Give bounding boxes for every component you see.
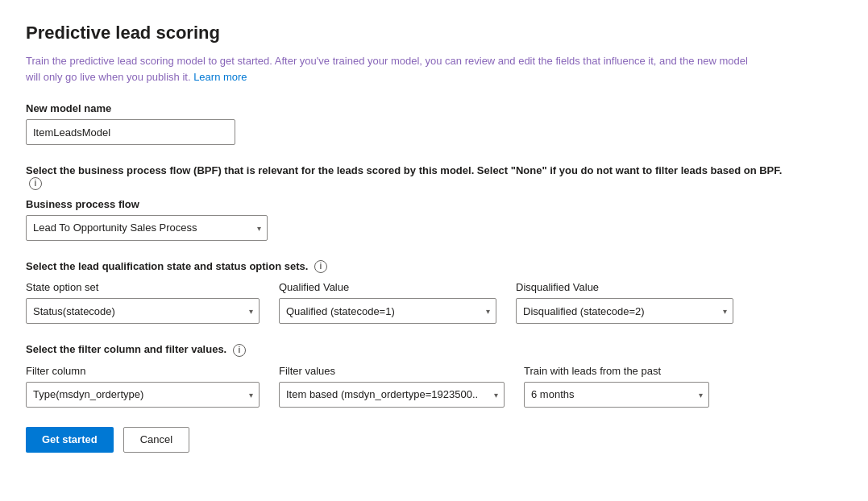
learn-more-link[interactable]: Learn more xyxy=(193,71,247,83)
disqualified-col: Disqualified Value Disqualified (stateco… xyxy=(516,281,733,324)
model-name-input[interactable] xyxy=(26,119,235,145)
filter-row: Filter column Type(msdyn_ordertype) ▾ Fi… xyxy=(26,365,842,408)
train-past-select-wrapper: 6 months 3 months 12 months 24 months ▾ xyxy=(524,382,709,408)
bpf-description: Select the business process flow (BPF) t… xyxy=(26,164,799,190)
bpf-section: Select the business process flow (BPF) t… xyxy=(26,164,842,241)
train-past-label: Train with leads from the past xyxy=(524,365,709,377)
qualification-section: Select the lead qualification state and … xyxy=(26,260,842,325)
filter-column-label: Filter column xyxy=(26,365,260,377)
bpf-label: Business process flow xyxy=(26,198,842,210)
train-past-select[interactable]: 6 months 3 months 12 months 24 months xyxy=(524,382,709,408)
filter-description: Select the filter column and filter valu… xyxy=(26,343,842,357)
filter-values-col: Filter values Item based (msdyn_ordertyp… xyxy=(279,365,505,408)
qualified-col: Qualified Value Qualified (statecode=1) … xyxy=(279,281,496,324)
page-title: Predictive lead scoring xyxy=(26,23,842,43)
filter-column-select[interactable]: Type(msdyn_ordertype) xyxy=(26,382,260,408)
disqualified-label: Disqualified Value xyxy=(516,281,733,293)
get-started-button[interactable]: Get started xyxy=(26,427,114,453)
bpf-select[interactable]: None Lead To Opportunity Sales Process xyxy=(26,215,268,241)
filter-values-select-wrapper: Item based (msdyn_ordertype=1923500... ▾ xyxy=(279,382,505,408)
state-select[interactable]: Status(statecode) xyxy=(26,298,260,324)
cancel-button[interactable]: Cancel xyxy=(123,427,189,453)
filter-info-icon[interactable]: i xyxy=(233,344,246,357)
bpf-select-wrapper: None Lead To Opportunity Sales Process ▾ xyxy=(26,215,268,241)
state-select-wrapper: Status(statecode) ▾ xyxy=(26,298,260,324)
disqualified-select[interactable]: Disqualified (statecode=2) xyxy=(516,298,733,324)
qualification-description: Select the lead qualification state and … xyxy=(26,260,842,274)
page-container: Predictive lead scoring Train the predic… xyxy=(0,0,868,501)
filter-column-col: Filter column Type(msdyn_ordertype) ▾ xyxy=(26,365,260,408)
qualified-label: Qualified Value xyxy=(279,281,496,293)
filter-values-select[interactable]: Item based (msdyn_ordertype=1923500... xyxy=(279,382,505,408)
qualification-info-icon[interactable]: i xyxy=(314,260,327,273)
button-row: Get started Cancel xyxy=(26,427,842,453)
qualified-select[interactable]: Qualified (statecode=1) xyxy=(279,298,496,324)
state-col: State option set Status(statecode) ▾ xyxy=(26,281,260,324)
intro-body: Train the predictive lead scoring model … xyxy=(26,55,748,83)
qualified-select-wrapper: Qualified (statecode=1) ▾ xyxy=(279,298,496,324)
state-label: State option set xyxy=(26,281,260,293)
intro-text: Train the predictive lead scoring model … xyxy=(26,53,751,85)
model-name-label: New model name xyxy=(26,102,842,114)
bpf-info-icon[interactable]: i xyxy=(29,177,42,190)
disqualified-select-wrapper: Disqualified (statecode=2) ▾ xyxy=(516,298,733,324)
filter-section: Select the filter column and filter valu… xyxy=(26,343,842,408)
qualification-row: State option set Status(statecode) ▾ Qua… xyxy=(26,281,842,324)
train-past-col: Train with leads from the past 6 months … xyxy=(524,365,709,408)
filter-column-select-wrapper: Type(msdyn_ordertype) ▾ xyxy=(26,382,260,408)
filter-values-label: Filter values xyxy=(279,365,505,377)
model-name-section: New model name xyxy=(26,102,842,145)
